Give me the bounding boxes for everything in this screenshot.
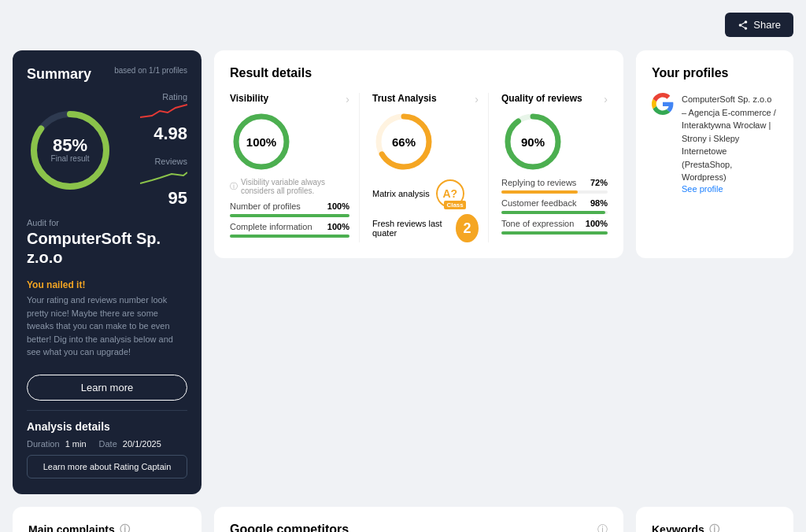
quality-gauge: 90% bbox=[501, 110, 564, 173]
replying-value: 72% bbox=[590, 178, 608, 187]
matrix-label: Matrix analysis bbox=[372, 189, 430, 198]
keywords-title-text: Keywords bbox=[652, 523, 704, 533]
rating-chart bbox=[140, 102, 187, 120]
quality-title: Quality of reviews bbox=[501, 93, 582, 104]
visibility-title: Visibility bbox=[230, 93, 268, 104]
keywords-panel: Keywords ⓘ 👍 profesjonaliści w k... 👍 dl… bbox=[636, 507, 793, 533]
duration-value: 1 min bbox=[65, 439, 87, 449]
complete-info-label: Complete information bbox=[230, 222, 312, 231]
profiles-panel: Your profiles ComputerSoft Sp. z.o.o – A… bbox=[636, 50, 793, 258]
summary-panel: Summary based on 1/1 profiles 85% Final … bbox=[13, 50, 202, 494]
complete-info-value: 100% bbox=[327, 222, 349, 231]
fresh-value: 2 bbox=[456, 214, 479, 242]
competitors-panel: Google competitors ⓘ Dst Design – strony… bbox=[214, 507, 623, 533]
visibility-gauge: 100% bbox=[230, 110, 293, 173]
reviews-label: Reviews bbox=[140, 157, 187, 166]
analysis-title: Analysis details bbox=[27, 420, 187, 433]
profiles-title: Your profiles bbox=[652, 66, 778, 80]
learn-more-button[interactable]: Learn more bbox=[27, 375, 187, 401]
quality-metric: Quality of reviews › 90% Replying to rev… bbox=[488, 93, 608, 242]
date-label: Date bbox=[99, 439, 117, 449]
competitors-info-icon: ⓘ bbox=[597, 523, 608, 533]
visibility-info-text: Visibility variable always considers all… bbox=[241, 178, 349, 195]
duration-label: Duration bbox=[27, 439, 60, 449]
audit-for-label: Audit for bbox=[27, 218, 187, 227]
tone-value: 100% bbox=[586, 219, 608, 228]
share-button[interactable]: Share bbox=[725, 13, 793, 37]
keywords-info-icon: ⓘ bbox=[709, 523, 719, 533]
tone-label: Tone of expression bbox=[501, 219, 574, 228]
num-profiles-value: 100% bbox=[327, 201, 349, 211]
trust-title: Trust Analysis bbox=[372, 93, 437, 104]
nailed-desc: Your rating and reviews number look pret… bbox=[27, 294, 187, 359]
fresh-reviews-row: Fresh reviews last quater 2 bbox=[372, 214, 479, 242]
quality-chevron-icon[interactable]: › bbox=[604, 93, 608, 105]
visibility-percent: 100% bbox=[246, 135, 276, 149]
score-donut: 85% Final result bbox=[27, 107, 113, 194]
fresh-label: Fresh reviews last quater bbox=[372, 219, 449, 238]
complaints-info-icon: ⓘ bbox=[120, 523, 130, 533]
trust-metric: Trust Analysis › 66% Matrix analysis bbox=[359, 93, 479, 242]
rating-label: Rating bbox=[140, 92, 187, 102]
google-icon bbox=[652, 93, 674, 115]
trust-gauge: 66% bbox=[372, 110, 435, 173]
feedback-value: 98% bbox=[590, 198, 608, 208]
competitors-title: Google competitors bbox=[230, 523, 349, 533]
complaints-title-text: Main complaints bbox=[28, 523, 115, 533]
num-profiles-label: Number of profiles bbox=[230, 201, 301, 211]
visibility-chevron-icon[interactable]: › bbox=[346, 93, 349, 105]
rating-value: 4.98 bbox=[140, 124, 187, 144]
learn-rating-button[interactable]: Learn more about Rating Captain bbox=[27, 455, 187, 478]
summary-title: Summary bbox=[27, 66, 91, 83]
visibility-metric: Visibility › 100% ⓘ Visibility variable … bbox=[230, 93, 349, 242]
quality-percent: 90% bbox=[521, 135, 545, 149]
company-name: ComputerSoft Sp. z.o.o bbox=[27, 229, 187, 267]
analysis-details: Analysis details Duration 1 min Date 20/… bbox=[27, 410, 187, 478]
matrix-analysis-row: Matrix analysis A? Class bbox=[372, 179, 479, 208]
date-value: 20/1/2025 bbox=[123, 439, 161, 449]
profile-name: ComputerSoft Sp. z.o.o – Agencja E-comme… bbox=[682, 93, 778, 184]
you-nailed-text: You nailed it! bbox=[27, 279, 187, 290]
complaints-panel: Main complaints ⓘ 🛒 Product 0% 🚚 Deliver… bbox=[13, 507, 202, 533]
score-percent: 85% bbox=[51, 137, 90, 154]
profile-item: ComputerSoft Sp. z.o.o – Agencja E-comme… bbox=[652, 93, 778, 194]
matrix-badge: A? Class bbox=[436, 179, 464, 208]
final-result-label: Final result bbox=[51, 154, 90, 164]
trust-percent: 66% bbox=[392, 135, 416, 149]
class-label: Class bbox=[444, 201, 465, 209]
feedback-label: Customer feedback bbox=[501, 198, 576, 208]
replying-label: Replying to reviews bbox=[501, 178, 576, 187]
see-profile-link[interactable]: See profile bbox=[682, 184, 778, 194]
based-on-label: based on 1/1 profiles bbox=[114, 66, 187, 75]
result-details-title: Result details bbox=[230, 66, 608, 80]
trust-chevron-icon[interactable]: › bbox=[475, 93, 479, 105]
reviews-chart bbox=[140, 166, 187, 185]
reviews-value: 95 bbox=[140, 188, 187, 209]
visibility-info-icon: ⓘ bbox=[230, 181, 238, 192]
result-details-panel: Result details Visibility › 100% bbox=[214, 50, 623, 258]
